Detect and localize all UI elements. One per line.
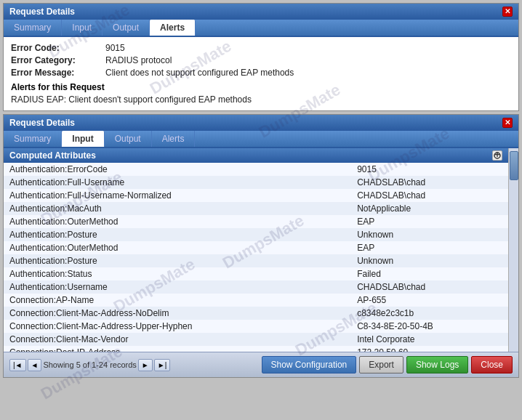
table-row: Connection:Client-Mac-VendorIntel Corpor… xyxy=(4,333,508,346)
attr-name: Authentication:Posture xyxy=(4,254,351,267)
table-row: Authentication:OuterMethodEAP xyxy=(4,241,508,254)
show-logs-button[interactable]: Show Logs xyxy=(406,356,468,373)
panel2-header: Request Details ✕ xyxy=(4,115,518,131)
attr-name: Connection:Dest-IP-Address xyxy=(4,346,351,352)
table-row: Authentication:OuterMethodEAP xyxy=(4,215,508,228)
attr-value: CHADSLAB\chad xyxy=(351,176,508,189)
table-row: Connection:Dest-IP-Address172.20.50.60 xyxy=(4,346,508,352)
attr-value: c8348e2c3c1b xyxy=(351,307,508,320)
error-code-value: 9015 xyxy=(105,43,125,53)
panel1-title: Request Details xyxy=(9,7,75,17)
panel1-content: Error Code: 9015 Error Category: RADIUS … xyxy=(4,37,518,110)
attr-value: Unknown xyxy=(351,254,508,267)
table-row: Authentication:PostureUnknown xyxy=(4,254,508,267)
action-buttons: Show Configuration Export Show Logs Clos… xyxy=(262,356,513,373)
pagination-text: Showing 5 of 1-24 records xyxy=(43,360,136,369)
attr-name: Authentication:Full-Username xyxy=(4,176,351,189)
tab-output[interactable]: Output xyxy=(103,20,150,36)
error-message-value: Client does not support configured EAP m… xyxy=(105,68,294,78)
attr-value: C8-34-8E-20-50-4B xyxy=(351,320,508,333)
first-page-button[interactable]: |◄ xyxy=(9,359,26,371)
section-label: Computed Attributes xyxy=(9,150,96,161)
tab-summary[interactable]: Summary xyxy=(4,20,62,36)
alerts-title: Alerts for this Request xyxy=(11,82,511,92)
attr-name: Authentication:OuterMethod xyxy=(4,241,351,254)
attr-value: NotApplicable xyxy=(351,202,508,215)
export-button[interactable]: Export xyxy=(359,356,403,373)
panel1-close-button[interactable]: ✕ xyxy=(502,7,513,17)
panel2-tabs: Summary Input Output Alerts xyxy=(4,131,518,148)
error-code-label: Error Code: xyxy=(11,43,105,53)
attr-value: Intel Corporate xyxy=(351,333,508,346)
error-category-value: RADIUS protocol xyxy=(105,55,172,65)
next-page-button[interactable]: ► xyxy=(138,359,153,371)
panel2-body: Computed Attributes + Authentication:Err… xyxy=(4,148,518,352)
tab-input[interactable]: Input xyxy=(62,20,103,36)
table-row: Authentication:Full-Username-NormalizedC… xyxy=(4,189,508,202)
table-row: Authentication:StatusFailed xyxy=(4,267,508,280)
panel1: Request Details ✕ Summary Input Output A… xyxy=(3,3,519,111)
attr-name: Connection:Client-Mac-Address-NoDelim xyxy=(4,307,351,320)
panel2-close-button[interactable]: ✕ xyxy=(502,118,513,128)
close-button[interactable]: Close xyxy=(471,356,513,373)
panel2-title: Request Details xyxy=(9,118,75,128)
attr-name: Authentication:Username xyxy=(4,280,351,294)
panel1-tabs: Summary Input Output Alerts xyxy=(4,20,518,37)
table-row: Authentication:UsernameCHADSLAB\chad xyxy=(4,280,508,294)
error-message-row: Error Message: Client does not support c… xyxy=(11,68,511,78)
attr-name: Authentication:OuterMethod xyxy=(4,215,351,228)
attr-value: CHADSLAB\chad xyxy=(351,280,508,294)
error-category-row: Error Category: RADIUS protocol xyxy=(11,55,511,65)
panel1-header: Request Details ✕ xyxy=(4,4,518,20)
tab2-input[interactable]: Input xyxy=(62,131,104,147)
scroll-track[interactable] xyxy=(508,148,518,352)
attr-name: Connection:Client-Mac-Address-Upper-Hyph… xyxy=(4,320,351,333)
attr-name: Authentication:MacAuth xyxy=(4,202,351,215)
attributes-table: Authentication:ErrorCode9015Authenticati… xyxy=(4,163,508,352)
scroll-thumb[interactable] xyxy=(510,151,518,180)
attr-name: Authentication:Status xyxy=(4,267,351,280)
tab-alerts[interactable]: Alerts xyxy=(150,20,196,36)
last-page-button[interactable]: ►| xyxy=(154,359,171,371)
section-header: Computed Attributes + xyxy=(4,148,508,163)
table-row: Connection:Client-Mac-Address-NoDelimc83… xyxy=(4,307,508,320)
attr-value: Failed xyxy=(351,267,508,280)
error-category-label: Error Category: xyxy=(11,55,105,65)
pagination: |◄ ◄ Showing 5 of 1-24 records ► ►| xyxy=(9,359,170,371)
table-row: Connection:AP-NameAP-655 xyxy=(4,294,508,307)
attr-value: EAP xyxy=(351,241,508,254)
attr-value: Unknown xyxy=(351,228,508,241)
bottom-bar: |◄ ◄ Showing 5 of 1-24 records ► ►| Show… xyxy=(4,352,518,377)
error-message-label: Error Message: xyxy=(11,68,105,78)
error-code-row: Error Code: 9015 xyxy=(11,43,511,53)
attr-name: Connection:Client-Mac-Vendor xyxy=(4,333,351,346)
attr-name: Authentication:Posture xyxy=(4,228,351,241)
svg-text:+: + xyxy=(494,152,499,159)
attr-value: AP-655 xyxy=(351,294,508,307)
table-row: Authentication:MacAuthNotApplicable xyxy=(4,202,508,215)
table-row: Authentication:PostureUnknown xyxy=(4,228,508,241)
attributes-table-scroll: Authentication:ErrorCode9015Authenticati… xyxy=(4,163,508,352)
show-configuration-button[interactable]: Show Configuration xyxy=(262,356,357,373)
table-row: Authentication:ErrorCode9015 xyxy=(4,163,508,176)
table-row: Authentication:Full-UsernameCHADSLAB\cha… xyxy=(4,176,508,189)
table-row: Connection:Client-Mac-Address-Upper-Hyph… xyxy=(4,320,508,333)
attr-name: Authentication:ErrorCode xyxy=(4,163,351,176)
tab2-output[interactable]: Output xyxy=(105,131,152,147)
tab2-summary[interactable]: Summary xyxy=(4,131,62,147)
attr-value: EAP xyxy=(351,215,508,228)
panel2: Request Details ✕ Summary Input Output A… xyxy=(3,114,519,378)
tab2-alerts[interactable]: Alerts xyxy=(152,131,196,147)
expand-icon[interactable]: + xyxy=(492,150,502,161)
prev-page-button[interactable]: ◄ xyxy=(28,359,42,371)
attr-name: Connection:AP-Name xyxy=(4,294,351,307)
attr-name: Authentication:Full-Username-Normalized xyxy=(4,189,351,202)
attr-value: 172.20.50.60 xyxy=(351,346,508,352)
attr-value: 9015 xyxy=(351,163,508,176)
alert-message: RADIUS EAP: Client doesn't support confi… xyxy=(11,94,511,105)
attr-value: CHADSLAB\chad xyxy=(351,189,508,202)
